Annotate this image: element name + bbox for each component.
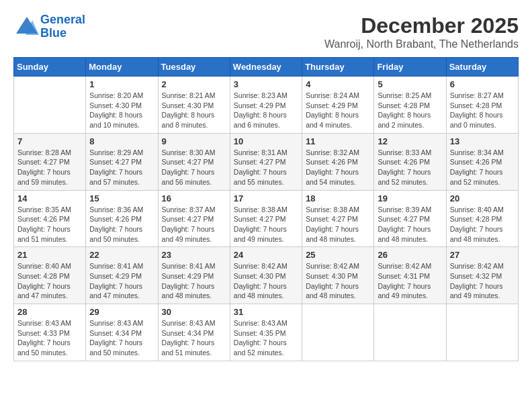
table-row: 13Sunrise: 8:34 AM Sunset: 4:26 PM Dayli… (446, 133, 518, 190)
header-friday: Friday (374, 58, 446, 77)
day-number: 3 (234, 79, 298, 89)
day-number: 1 (89, 79, 154, 89)
table-row: 18Sunrise: 8:38 AM Sunset: 4:27 PM Dayli… (302, 190, 374, 247)
day-info: Sunrise: 8:40 AM Sunset: 4:28 PM Dayligh… (450, 205, 515, 244)
table-row: 21Sunrise: 8:40 AM Sunset: 4:28 PM Dayli… (14, 247, 86, 304)
day-info: Sunrise: 8:39 AM Sunset: 4:27 PM Dayligh… (378, 205, 442, 244)
day-number: 6 (450, 79, 515, 89)
header-monday: Monday (86, 58, 158, 77)
title-block: December 2025 Wanroij, North Brabant, Th… (324, 13, 519, 50)
table-row (302, 304, 374, 361)
logo: General Blue (13, 13, 85, 40)
table-row: 27Sunrise: 8:42 AM Sunset: 4:32 PM Dayli… (446, 247, 518, 304)
table-row: 14Sunrise: 8:35 AM Sunset: 4:26 PM Dayli… (14, 190, 86, 247)
calendar-table: Sunday Monday Tuesday Wednesday Thursday… (13, 57, 519, 361)
day-number: 16 (162, 193, 226, 203)
day-info: Sunrise: 8:21 AM Sunset: 4:30 PM Dayligh… (162, 91, 226, 130)
day-info: Sunrise: 8:41 AM Sunset: 4:29 PM Dayligh… (162, 261, 226, 301)
table-row: 2Sunrise: 8:21 AM Sunset: 4:30 PM Daylig… (158, 77, 230, 134)
day-info: Sunrise: 8:42 AM Sunset: 4:30 PM Dayligh… (234, 261, 298, 301)
day-info: Sunrise: 8:33 AM Sunset: 4:26 PM Dayligh… (378, 148, 442, 187)
day-number: 24 (234, 250, 298, 260)
day-number: 25 (306, 250, 370, 260)
table-row: 11Sunrise: 8:32 AM Sunset: 4:26 PM Dayli… (302, 133, 374, 190)
day-info: Sunrise: 8:42 AM Sunset: 4:31 PM Dayligh… (378, 261, 442, 301)
day-number: 9 (162, 136, 226, 146)
table-row: 22Sunrise: 8:41 AM Sunset: 4:29 PM Dayli… (86, 247, 158, 304)
header-sunday: Sunday (14, 58, 86, 77)
table-row: 9Sunrise: 8:30 AM Sunset: 4:27 PM Daylig… (158, 133, 230, 190)
day-info: Sunrise: 8:42 AM Sunset: 4:30 PM Dayligh… (306, 261, 370, 301)
day-number: 31 (234, 307, 298, 317)
day-number: 17 (234, 193, 298, 203)
table-row: 28Sunrise: 8:43 AM Sunset: 4:33 PM Dayli… (14, 304, 86, 361)
logo-line1: General (40, 13, 85, 26)
logo-icon (13, 13, 40, 40)
day-info: Sunrise: 8:42 AM Sunset: 4:32 PM Dayligh… (450, 261, 515, 301)
day-number: 20 (450, 193, 515, 203)
day-number: 11 (306, 136, 370, 146)
week-row-4: 21Sunrise: 8:40 AM Sunset: 4:28 PM Dayli… (14, 247, 519, 304)
table-row: 15Sunrise: 8:36 AM Sunset: 4:26 PM Dayli… (86, 190, 158, 247)
logo-text: General Blue (40, 13, 85, 40)
day-number: 12 (378, 136, 442, 146)
location-title: Wanroij, North Brabant, The Netherlands (324, 38, 519, 50)
day-number: 4 (306, 79, 370, 89)
calendar-body: 1Sunrise: 8:20 AM Sunset: 4:30 PM Daylig… (14, 77, 519, 361)
day-info: Sunrise: 8:38 AM Sunset: 4:27 PM Dayligh… (234, 205, 298, 244)
week-row-2: 7Sunrise: 8:28 AM Sunset: 4:27 PM Daylig… (14, 133, 519, 190)
table-row: 5Sunrise: 8:25 AM Sunset: 4:28 PM Daylig… (374, 77, 446, 134)
header-tuesday: Tuesday (158, 58, 230, 77)
table-row: 3Sunrise: 8:23 AM Sunset: 4:29 PM Daylig… (230, 77, 302, 134)
day-info: Sunrise: 8:38 AM Sunset: 4:27 PM Dayligh… (306, 205, 370, 244)
day-info: Sunrise: 8:36 AM Sunset: 4:26 PM Dayligh… (89, 205, 154, 244)
week-row-1: 1Sunrise: 8:20 AM Sunset: 4:30 PM Daylig… (14, 77, 519, 134)
day-number: 18 (306, 193, 370, 203)
table-row: 4Sunrise: 8:24 AM Sunset: 4:29 PM Daylig… (302, 77, 374, 134)
table-row: 10Sunrise: 8:31 AM Sunset: 4:27 PM Dayli… (230, 133, 302, 190)
table-row: 29Sunrise: 8:43 AM Sunset: 4:34 PM Dayli… (86, 304, 158, 361)
table-row: 20Sunrise: 8:40 AM Sunset: 4:28 PM Dayli… (446, 190, 518, 247)
day-info: Sunrise: 8:28 AM Sunset: 4:27 PM Dayligh… (17, 148, 82, 187)
header-wednesday: Wednesday (230, 58, 302, 77)
day-info: Sunrise: 8:43 AM Sunset: 4:34 PM Dayligh… (162, 318, 226, 358)
day-number: 30 (162, 307, 226, 317)
day-info: Sunrise: 8:43 AM Sunset: 4:34 PM Dayligh… (89, 318, 154, 358)
day-number: 15 (89, 193, 154, 203)
table-row: 12Sunrise: 8:33 AM Sunset: 4:26 PM Dayli… (374, 133, 446, 190)
day-info: Sunrise: 8:41 AM Sunset: 4:29 PM Dayligh… (89, 261, 154, 301)
day-number: 14 (17, 193, 82, 203)
day-number: 5 (378, 79, 442, 89)
table-row (374, 304, 446, 361)
day-number: 28 (17, 307, 82, 317)
day-info: Sunrise: 8:43 AM Sunset: 4:33 PM Dayligh… (17, 318, 82, 358)
day-number: 2 (162, 79, 226, 89)
week-row-5: 28Sunrise: 8:43 AM Sunset: 4:33 PM Dayli… (14, 304, 519, 361)
day-info: Sunrise: 8:25 AM Sunset: 4:28 PM Dayligh… (378, 91, 442, 130)
day-info: Sunrise: 8:24 AM Sunset: 4:29 PM Dayligh… (306, 91, 370, 130)
day-info: Sunrise: 8:43 AM Sunset: 4:35 PM Dayligh… (234, 318, 298, 358)
header-row: Sunday Monday Tuesday Wednesday Thursday… (14, 58, 519, 77)
day-number: 22 (89, 250, 154, 260)
day-number: 10 (234, 136, 298, 146)
day-number: 7 (17, 136, 82, 146)
table-row: 30Sunrise: 8:43 AM Sunset: 4:34 PM Dayli… (158, 304, 230, 361)
day-number: 23 (162, 250, 226, 260)
table-row: 7Sunrise: 8:28 AM Sunset: 4:27 PM Daylig… (14, 133, 86, 190)
day-number: 21 (17, 250, 82, 260)
day-info: Sunrise: 8:31 AM Sunset: 4:27 PM Dayligh… (234, 148, 298, 187)
table-row: 6Sunrise: 8:27 AM Sunset: 4:28 PM Daylig… (446, 77, 518, 134)
day-info: Sunrise: 8:35 AM Sunset: 4:26 PM Dayligh… (17, 205, 82, 244)
day-info: Sunrise: 8:20 AM Sunset: 4:30 PM Dayligh… (89, 91, 154, 130)
header-thursday: Thursday (302, 58, 374, 77)
day-number: 13 (450, 136, 515, 146)
day-info: Sunrise: 8:40 AM Sunset: 4:28 PM Dayligh… (17, 261, 82, 301)
calendar-header: Sunday Monday Tuesday Wednesday Thursday… (14, 58, 519, 77)
day-info: Sunrise: 8:32 AM Sunset: 4:26 PM Dayligh… (306, 148, 370, 187)
day-info: Sunrise: 8:34 AM Sunset: 4:26 PM Dayligh… (450, 148, 515, 187)
week-row-3: 14Sunrise: 8:35 AM Sunset: 4:26 PM Dayli… (14, 190, 519, 247)
page-header: General Blue December 2025 Wanroij, Nort… (13, 13, 519, 50)
table-row: 17Sunrise: 8:38 AM Sunset: 4:27 PM Dayli… (230, 190, 302, 247)
table-row: 31Sunrise: 8:43 AM Sunset: 4:35 PM Dayli… (230, 304, 302, 361)
logo-line2: Blue (40, 26, 66, 40)
